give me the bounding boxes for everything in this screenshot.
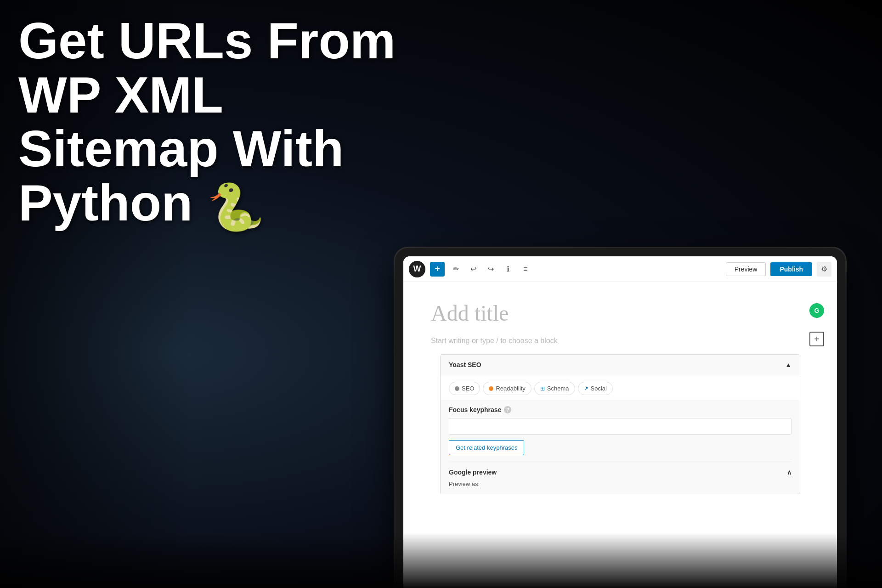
add-block-toolbar-button[interactable]: +	[430, 262, 445, 277]
add-block-button[interactable]: +	[809, 332, 824, 346]
yoast-seo-panel: Yoast SEO ▲ SEO Readability	[440, 354, 800, 494]
focus-keyphrase-title: Focus keyphrase ?	[449, 406, 792, 413]
hero-title: Get URLs From WP XML Sitemap With Python…	[18, 14, 432, 231]
settings-icon: ⚙	[821, 265, 827, 273]
seo-dot-icon	[455, 386, 459, 391]
get-keyphrases-button[interactable]: Get related keyphrases	[449, 440, 524, 455]
yoast-header[interactable]: Yoast SEO ▲	[441, 355, 800, 375]
preview-button[interactable]: Preview	[726, 262, 766, 276]
title-line-1: Get URLs From WP XML	[18, 14, 432, 122]
bottom-overlay	[0, 533, 882, 588]
python-emoji: 🐍	[207, 181, 265, 232]
grammarly-icon: G	[809, 303, 824, 318]
wp-logo-text: W	[413, 264, 421, 274]
tab-seo[interactable]: SEO	[449, 382, 480, 395]
readability-dot-icon	[489, 386, 493, 391]
google-preview-collapse-icon[interactable]: ∧	[787, 469, 792, 476]
toolbar-right: Preview Publish ⚙	[726, 262, 831, 277]
social-share-icon: ↗	[584, 385, 588, 392]
tab-social[interactable]: ↗ Social	[578, 382, 613, 395]
title-line-2: Sitemap With Python 🐍	[18, 122, 432, 231]
title-input-placeholder[interactable]: Add title	[431, 300, 809, 326]
wp-toolbar: W + ✏ ↩ ↪	[403, 256, 837, 282]
wp-logo-icon[interactable]: W	[409, 261, 425, 277]
list-view-icon[interactable]: ≡	[519, 263, 532, 276]
yoast-tabs: SEO Readability ⊞ Schema ↗	[441, 375, 800, 400]
publish-button[interactable]: Publish	[770, 262, 812, 276]
info-icon[interactable]: ℹ	[502, 263, 514, 276]
keyphrase-input[interactable]	[449, 418, 792, 435]
google-preview-title: Google preview	[449, 469, 497, 476]
title-text-2: Sitemap With Python	[18, 120, 344, 232]
add-icon: +	[435, 264, 440, 274]
google-preview-section: Google preview ∧ Preview as:	[449, 462, 792, 494]
schema-grid-icon: ⊞	[540, 385, 545, 392]
undo-icon[interactable]: ↩	[467, 263, 480, 276]
redo-icon[interactable]: ↪	[484, 263, 497, 276]
settings-button[interactable]: ⚙	[817, 262, 831, 277]
tab-readability[interactable]: Readability	[483, 382, 531, 395]
keyphrase-help-icon[interactable]: ?	[504, 406, 511, 413]
block-placeholder[interactable]: Start writing or type / to choose a bloc…	[431, 337, 809, 345]
yoast-title: Yoast SEO	[449, 361, 481, 368]
yoast-collapse-icon[interactable]: ▲	[785, 361, 792, 368]
edit-icon[interactable]: ✏	[449, 263, 462, 276]
focus-keyphrase-section: Focus keyphrase ? Get related keyphrases	[449, 400, 792, 462]
google-preview-header: Google preview ∧	[449, 469, 792, 476]
toolbar-left: W + ✏ ↩ ↪	[409, 261, 532, 277]
tab-schema[interactable]: ⊞ Schema	[534, 382, 575, 395]
preview-as-label: Preview as:	[449, 481, 792, 487]
